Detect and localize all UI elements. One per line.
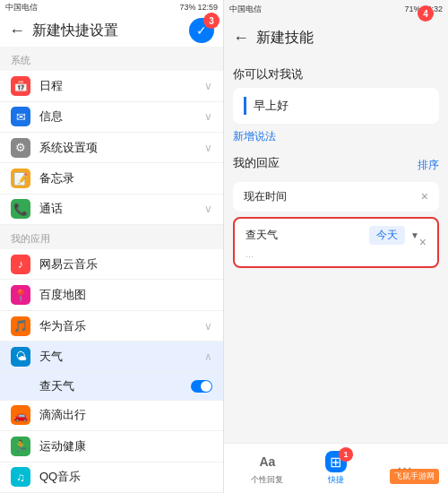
schedule-icon: 📅 (11, 76, 30, 96)
weather-label: 天气 (39, 349, 195, 365)
list-item-weather[interactable]: 🌤 天气 ∧ (0, 342, 223, 372)
qqmusic-label: QQ音乐 (39, 469, 212, 485)
weather-today-container: 查天气 今天 ▼ ... (246, 226, 419, 259)
weather-today-close-icon[interactable]: × (419, 235, 426, 249)
list-item-huawei-music[interactable]: 🎵 华为音乐 ∨ (0, 311, 223, 342)
add-phrase-link[interactable]: 新增说法 (233, 129, 439, 144)
personal-reply-icon: Aa (256, 451, 278, 472)
say-phrase: 早上好 (244, 97, 428, 115)
left-confirm-button[interactable]: ✓ 3 (189, 18, 214, 43)
list-item-baidu[interactable]: 📍 百度地图 (0, 280, 223, 310)
current-time-close-icon[interactable]: × (421, 189, 428, 203)
response-item-current-time[interactable]: 现在时间 × (233, 182, 439, 212)
settings-icon: ⚙ (11, 138, 30, 158)
notes-icon: 📝 (11, 169, 30, 188)
right-back-button[interactable]: ← (233, 29, 249, 48)
sort-button[interactable]: 排序 (418, 158, 439, 173)
weather-today-text: 查天气 (246, 228, 364, 243)
more-icon: ··· (394, 457, 416, 479)
say-section-title: 你可以对我说 (233, 66, 439, 82)
right-content: 你可以对我说 早上好 新增说法 我的回应 排序 现在时间 × 查天气 (224, 57, 448, 443)
huawei-music-chevron-icon: ∨ (204, 320, 212, 333)
baidu-label: 百度地图 (39, 287, 212, 303)
right-header: ← 新建技能 (224, 18, 448, 57)
check-weather-toggle[interactable] (191, 380, 212, 393)
settings-label: 系统设置项 (39, 140, 195, 156)
list-item-didi[interactable]: 🚗 滴滴出行 (0, 401, 223, 431)
message-icon: ✉ (11, 107, 30, 126)
huawei-music-icon: 🎵 (11, 316, 30, 336)
left-time: 12:59 (197, 3, 218, 12)
weather-chip-today[interactable]: 今天 (369, 226, 405, 245)
settings-chevron-icon: ∨ (204, 142, 212, 154)
huawei-music-label: 华为音乐 (39, 318, 195, 334)
list-item-message[interactable]: ✉ 信息 ∨ (0, 102, 223, 133)
left-battery: 73% (179, 3, 195, 12)
say-section: 你可以对我说 早上好 新增说法 (233, 66, 439, 144)
left-status-bar: 中国电信 73% 12:59 (0, 0, 223, 14)
netease-icon: ♪ (11, 255, 30, 274)
list-item-settings[interactable]: ⚙ 系统设置项 ∨ (0, 133, 223, 163)
nav-item-quick[interactable]: ⊞ 快捷 1 (314, 451, 358, 486)
left-header: ← 新建快捷设置 ✓ 3 (0, 14, 223, 47)
response-item-weather-today[interactable]: 查天气 今天 ▼ ... × 4 (233, 217, 439, 268)
weather-icon: 🌤 (11, 347, 30, 367)
quick-label: 快捷 (328, 474, 344, 486)
left-status-right: 73% 12:59 (179, 3, 218, 12)
list-item-health[interactable]: 🏃 运动健康 (0, 431, 223, 462)
call-icon: 📞 (11, 199, 30, 219)
right-carrier: 中国电信 (229, 4, 262, 15)
left-back-button[interactable]: ← (9, 22, 25, 40)
didi-icon: 🚗 (11, 405, 30, 425)
personal-reply-label: 个性回复 (251, 474, 283, 486)
list-item-netease[interactable]: ♪ 网易云音乐 (0, 249, 223, 280)
left-page-title: 新建快捷设置 (32, 22, 182, 40)
chip-dropdown-icon[interactable]: ▼ (410, 230, 419, 240)
nav-item-more[interactable]: ··· (383, 457, 427, 480)
badge-1: 1 (339, 447, 353, 462)
system-section-label: 系统 (0, 47, 223, 71)
response-header: 我的回应 排序 (233, 155, 439, 177)
weather-today-row: 查天气 今天 ▼ (246, 226, 419, 245)
didi-label: 滴滴出行 (39, 407, 212, 423)
header-badge: 3 (203, 13, 220, 29)
weather-chevron-icon: ∧ (204, 350, 212, 363)
nav-item-personal[interactable]: Aa 个性回复 (245, 451, 289, 486)
qqmusic-icon: ♫ (11, 467, 30, 487)
response-section: 我的回应 排序 现在时间 × 查天气 今天 ▼ ... × (233, 155, 439, 273)
call-chevron-icon: ∨ (204, 203, 212, 215)
message-label: 信息 (39, 108, 195, 125)
current-time-text: 现在时间 (244, 189, 421, 204)
list-item-schedule[interactable]: 📅 日程 ∨ (0, 71, 223, 101)
netease-label: 网易云音乐 (39, 256, 212, 272)
list-item-call[interactable]: 📞 通话 ∨ (0, 195, 223, 225)
schedule-label: 日程 (39, 78, 195, 94)
baidu-icon: 📍 (11, 285, 30, 305)
check-weather-label: 查天气 (39, 378, 182, 394)
right-status-bar: 中国电信 71% 13:32 (224, 0, 448, 18)
list-item-notes[interactable]: 📝 备忘录 (0, 163, 223, 194)
left-panel: 中国电信 73% 12:59 ← 新建快捷设置 ✓ 3 系统 📅 日程 ∨ ✉ … (0, 0, 224, 493)
list-item-check-weather[interactable]: 查天气 (0, 373, 223, 401)
response-section-title: 我的回应 (233, 155, 280, 171)
call-label: 通话 (39, 201, 195, 217)
weather-sub-text: ... (246, 248, 419, 259)
health-label: 运动健康 (39, 438, 212, 454)
list-item-qqmusic[interactable]: ♫ QQ音乐 (0, 463, 223, 493)
bottom-nav: Aa 个性回复 ⊞ 快捷 1 ··· (224, 443, 448, 493)
say-box: 早上好 (233, 88, 439, 124)
notes-label: 备忘录 (39, 170, 212, 186)
message-chevron-icon: ∨ (204, 110, 212, 123)
schedule-chevron-icon: ∨ (204, 80, 212, 92)
health-icon: 🏃 (11, 437, 30, 456)
right-page-title: 新建技能 (256, 29, 439, 48)
right-panel: 中国电信 71% 13:32 ← 新建技能 你可以对我说 早上好 新增说法 我的… (224, 0, 448, 493)
left-carrier: 中国电信 (5, 2, 38, 13)
app-section-label: 我的应用 (0, 225, 223, 249)
